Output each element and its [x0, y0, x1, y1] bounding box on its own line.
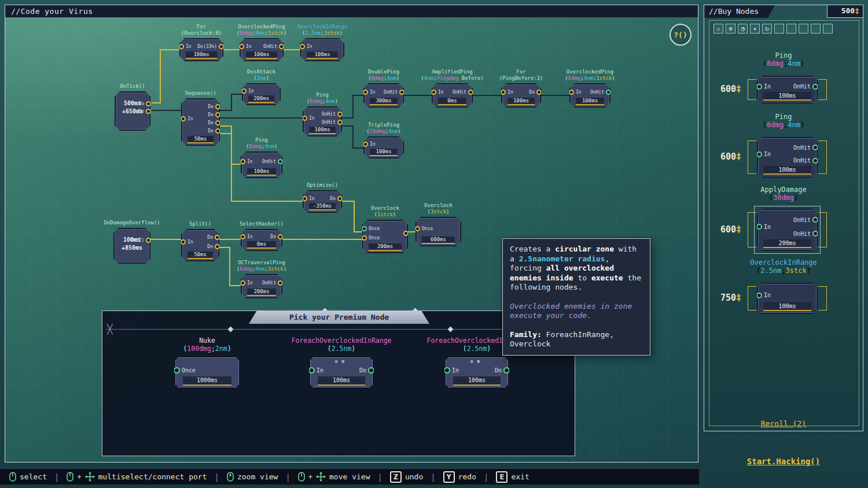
port-once[interactable]: Once [415, 225, 433, 232]
hotkey-move-view[interactable]: +move view [298, 472, 370, 482]
port-dot[interactable] [300, 44, 305, 49]
port-in[interactable]: In [240, 158, 253, 165]
node-buy-2-applydamage[interactable]: InOnHitOnHit200ms [757, 209, 818, 251]
node-buy-1-ping[interactable]: InOnHitOnHit100ms [757, 137, 818, 178]
port-dot[interactable] [215, 112, 220, 117]
node-overclock-3stck[interactable]: Overclock(3stck)Once600ms [415, 217, 461, 246]
port-dot[interactable] [181, 239, 186, 245]
port-dot[interactable] [215, 235, 220, 240]
port-dot[interactable] [179, 44, 184, 49]
port-dot[interactable] [368, 367, 374, 374]
port-in[interactable]: In [179, 43, 192, 50]
port-dot[interactable] [468, 90, 473, 95]
node-dosattack[interactable]: DosAttack(3nm)In200ms [242, 83, 281, 105]
port-dot[interactable] [362, 235, 367, 241]
port-in[interactable]: In [240, 280, 253, 286]
port-in[interactable]: In [501, 89, 513, 95]
port-in[interactable]: In [363, 89, 376, 95]
buy-item-price[interactable]: 600‡ [720, 84, 751, 94]
port-dot[interactable] [146, 101, 151, 106]
port-onhit[interactable]: OnHit [793, 145, 818, 151]
port-out[interactable] [402, 230, 409, 236]
port-dot[interactable] [215, 120, 220, 125]
hotkey-select[interactable]: select [9, 472, 47, 482]
port-dot[interactable] [415, 226, 420, 231]
port-dot[interactable] [399, 90, 404, 95]
node-for-pingbefore[interactable]: For(PingBefore:3)InDo100ms [501, 83, 541, 108]
port-onhit[interactable]: OnHit [262, 158, 283, 165]
node-amplifiedping[interactable]: AmplifiedPing(4nm;Pingdmg Before)InOnHit… [432, 83, 473, 108]
port-onhit[interactable]: OnHit [263, 43, 284, 50]
port-dot[interactable] [503, 367, 510, 374]
port-do[interactable]: Do [529, 89, 542, 95]
node-overclockinrange[interactable]: OverclockInRange(2.5nm;3stck)In100ms [300, 38, 344, 61]
port-in[interactable]: In [756, 151, 771, 157]
port-dot[interactable] [278, 280, 283, 286]
port-onhit[interactable]: OnHit [793, 83, 818, 90]
port-dot[interactable] [756, 224, 762, 230]
port-onhit[interactable]: OnHit [793, 217, 818, 223]
port-dot[interactable] [444, 367, 450, 374]
hotkey-exit[interactable]: Eexit [496, 471, 529, 483]
port-dot[interactable] [215, 244, 220, 249]
port-onhit[interactable]: OnHit [322, 111, 343, 117]
port-dot[interactable] [606, 90, 611, 95]
port-dot[interactable] [278, 234, 283, 239]
port-dot[interactable] [363, 142, 368, 147]
port-onhit[interactable]: OnHit [590, 89, 611, 95]
port-once[interactable]: Once [362, 225, 380, 232]
port-dot[interactable] [756, 151, 762, 157]
port-dot[interactable] [146, 109, 151, 114]
port-dot[interactable] [362, 226, 367, 231]
node-overclockedping-1[interactable]: OverclockedPing(6dmg;4nm;1stck)InOnHit10… [240, 38, 284, 61]
port-do[interactable]: Do [207, 234, 220, 241]
hotkey-undo[interactable]: Zundo [390, 471, 423, 483]
start-hacking-button[interactable]: Start.Hacking() [704, 457, 863, 466]
port-dot[interactable] [174, 367, 180, 374]
port-dot[interactable] [403, 231, 409, 236]
node-ondamageoverflow[interactable]: OnDamageOverflow()100ms+850msDo(2) [113, 228, 150, 264]
port-onhit[interactable]: OnHit [793, 231, 818, 237]
port-in[interactable]: In [308, 367, 323, 374]
port-in[interactable]: In [756, 224, 771, 230]
port-do2[interactable]: Do(2) [130, 237, 151, 243]
buy-item-price[interactable]: 600‡ [720, 151, 751, 162]
port-dot[interactable] [302, 196, 307, 201]
help-button[interactable]: ?() [670, 24, 692, 46]
port-dot[interactable] [501, 90, 506, 95]
buy-item-price[interactable]: 600‡ [720, 224, 751, 235]
node-selecthacker[interactable]: SelectHacker()InDo0ms [241, 229, 282, 251]
port-dot[interactable] [241, 88, 247, 94]
port-in[interactable]: In [302, 115, 315, 121]
port-dot[interactable] [146, 238, 151, 243]
buy-item-price[interactable]: 750‡ [720, 293, 751, 303]
node-ping6[interactable]: Ping(6dmg;4nm)InOnHitOnHit100ms [303, 106, 342, 136]
port-onhit[interactable]: OnHit [262, 280, 283, 286]
port-dot[interactable] [756, 84, 762, 90]
port-in[interactable]: In [300, 43, 312, 50]
port-in[interactable]: In [181, 116, 193, 122]
node-for-overclock[interactable]: For(Overclock:8)InDo(33%)100ms [179, 38, 223, 61]
port-in[interactable]: In [431, 89, 444, 95]
port-dot[interactable] [812, 84, 818, 90]
port-dot[interactable] [812, 145, 818, 150]
port-dot[interactable] [337, 196, 343, 201]
port-onhit[interactable]: OnHit [384, 89, 404, 95]
node-optimize[interactable]: Optimize()InDo-350ms [303, 190, 342, 213]
hotkey-redo[interactable]: Yredo [443, 471, 476, 483]
node-buy-0-ping[interactable]: InOnHit100ms [757, 76, 818, 103]
port-do[interactable]: Do [208, 128, 220, 134]
port-do[interactable]: Do [207, 243, 220, 250]
node-doubleping[interactable]: DoublePing(6dmg;4nm)InOnHit300ms [363, 83, 404, 108]
hotkey-zoom-view[interactable]: zoom view [227, 472, 278, 482]
port-onhit[interactable]: OnHit [453, 89, 473, 95]
node-premium-foreach-2[interactable]: ForeachOverclockedInRange(2.5nm)⊗⊛InDo10… [444, 356, 509, 389]
port-dot[interactable] [812, 158, 818, 164]
port-dot[interactable] [337, 120, 343, 125]
node-overclockedping-2[interactable]: OverclockedPing(6dmg;4nm;1stck)InOnHit10… [569, 83, 610, 108]
port-dot[interactable] [812, 231, 818, 236]
port-dot[interactable] [363, 90, 368, 95]
port-dot[interactable] [812, 217, 818, 223]
port-dot[interactable] [337, 112, 343, 117]
port-do[interactable]: Do [138, 101, 151, 107]
